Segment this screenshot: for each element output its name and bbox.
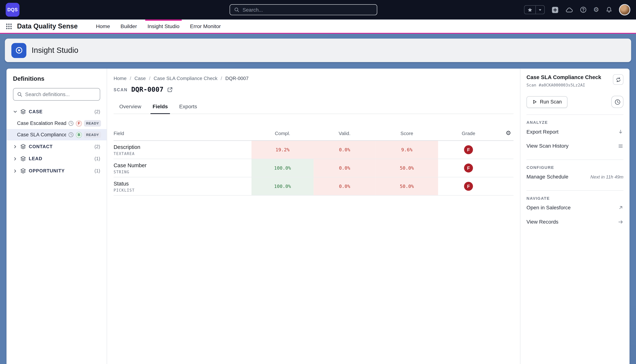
tab-exports[interactable]: Exports — [174, 100, 203, 114]
col-score: Score — [376, 130, 438, 136]
col-compl: Compl. — [252, 130, 314, 136]
breadcrumb-definition[interactable]: Case SLA Compliance Check — [154, 76, 218, 81]
valid-value: 0.0% — [314, 141, 376, 159]
app-name[interactable]: Data Quality Sense — [17, 20, 78, 33]
grade-badge: F — [464, 182, 473, 191]
run-scan-button[interactable]: Run Scan — [526, 96, 568, 108]
nav-tab-builder[interactable]: Builder — [115, 20, 142, 33]
field-name: Status — [114, 180, 252, 186]
breadcrumb-separator: / — [130, 76, 131, 81]
nav-tab-home[interactable]: Home — [91, 20, 115, 33]
export-report-row[interactable]: Export Report — [526, 124, 624, 139]
grade-badge: F — [464, 145, 473, 154]
notifications-bell-icon[interactable] — [606, 6, 612, 13]
clock-icon — [68, 120, 74, 126]
view-scan-history-row[interactable]: View Scan History — [526, 139, 624, 153]
user-avatar[interactable] — [619, 4, 630, 15]
breadcrumb-separator: / — [220, 76, 222, 81]
tree-group-opportunity[interactable]: OPPORTUNITY (1) — [6, 165, 106, 177]
tree-group-count: (1) — [94, 156, 100, 161]
tree-group-label: OPPORTUNITY — [29, 168, 65, 173]
table-header: Field Compl. Valid. Score Grade ⚙ — [114, 130, 514, 141]
view-records-label: View Records — [526, 219, 558, 225]
search-icon — [17, 92, 22, 97]
valid-value: 0.0% — [314, 159, 376, 177]
scan-title-row: SCAN DQR-0007 — [114, 86, 514, 93]
breadcrumb-current: DQR-0007 — [225, 76, 248, 81]
schedule-clock-button[interactable] — [611, 96, 624, 108]
tree-item-case-escalation[interactable]: Case Escalation Readin... F READY — [6, 118, 106, 129]
layers-icon — [20, 156, 26, 162]
compl-value: 100.0% — [252, 178, 314, 195]
table-row-case-number: Case Number STRING 100.0% 0.0% 50.0% F — [114, 159, 514, 178]
valid-value: 0.0% — [314, 178, 376, 195]
panel-scan-id: Scan #a0CKA000003s5Lz2AI — [526, 83, 601, 87]
breadcrumb-home[interactable]: Home — [114, 76, 126, 81]
help-button[interactable] — [580, 6, 586, 13]
tree-group-contact[interactable]: CONTACT (2) — [6, 140, 106, 152]
cloud-upload-button[interactable] — [565, 7, 573, 13]
field-name: Case Number — [114, 162, 252, 168]
tab-fields[interactable]: Fields — [147, 100, 174, 114]
next-run-time: Next in 11h 49m — [590, 174, 624, 179]
main-panel: Home / Case / Case SLA Compliance Check … — [107, 68, 520, 364]
tree-group-count: (1) — [94, 168, 100, 173]
chevron-right-icon — [13, 169, 17, 173]
table-settings-gear-icon[interactable]: ⚙ — [506, 130, 511, 136]
app-logo[interactable]: DQS — [6, 3, 20, 17]
field-name: Description — [114, 144, 252, 150]
app-nav-bar: Data Quality Sense Home Builder Insight … — [0, 20, 636, 34]
open-in-salesforce-label: Open in Salesforce — [526, 204, 570, 211]
breadcrumb-separator: / — [149, 76, 150, 81]
detail-tabs: Overview Fields Exports — [114, 100, 514, 114]
section-navigate: NAVIGATE Open in Salesforce View Records — [526, 190, 624, 229]
nav-tab-insight-studio[interactable]: Insight Studio — [142, 20, 185, 33]
app-launcher-icon[interactable] — [6, 20, 12, 33]
page-banner: Insight Studio — [0, 34, 636, 68]
section-analyze: ANALYZE Export Report View Scan History — [526, 114, 624, 153]
header-actions: ⚙ — [524, 4, 630, 15]
fields-table: Field Compl. Valid. Score Grade ⚙ Descri… — [114, 130, 514, 196]
definitions-search[interactable] — [13, 88, 100, 101]
definitions-search-input[interactable] — [25, 92, 96, 97]
score-value: 50.0% — [376, 178, 438, 195]
global-search-input[interactable] — [242, 7, 373, 12]
tree-item-label: Case SLA Compliance... — [17, 132, 66, 138]
scan-label: SCAN — [114, 87, 128, 92]
breadcrumb: Home / Case / Case SLA Compliance Check … — [114, 76, 514, 81]
tree-group-lead[interactable]: LEAD (1) — [6, 152, 106, 165]
breadcrumb-case[interactable]: Case — [134, 76, 146, 81]
arrow-right-icon — [618, 219, 624, 225]
chevron-right-icon — [13, 156, 17, 161]
manage-schedule-row[interactable]: Manage Schedule Next in 11h 49m — [526, 170, 624, 184]
list-icon — [618, 143, 624, 149]
tree-group-label: CONTACT — [29, 144, 53, 149]
section-heading: NAVIGATE — [526, 196, 624, 200]
tree-group-case[interactable]: CASE (2) — [6, 106, 106, 118]
setup-gear-icon[interactable]: ⚙ — [593, 6, 599, 13]
tree-item-case-sla-compliance[interactable]: Case SLA Compliance... B READY — [6, 129, 106, 140]
favorites-star-button[interactable] — [524, 6, 536, 14]
clock-icon — [68, 132, 74, 138]
external-link-icon[interactable] — [167, 87, 173, 92]
refresh-button[interactable] — [613, 74, 624, 85]
tab-overview[interactable]: Overview — [114, 100, 147, 114]
view-records-row[interactable]: View Records — [526, 215, 624, 229]
page-title: Insight Studio — [32, 46, 78, 55]
col-grade: Grade — [438, 130, 499, 136]
global-search[interactable] — [230, 4, 377, 15]
grade-badge: F — [76, 120, 82, 126]
definitions-sidebar: Definitions CASE (2) — [6, 68, 107, 364]
open-in-salesforce-row[interactable]: Open in Salesforce — [526, 200, 624, 215]
section-configure: CONFIGURE Manage Schedule Next in 11h 49… — [526, 160, 624, 184]
nav-tabs: Home Builder Insight Studio Error Monito… — [91, 20, 226, 33]
favorites-caret-button[interactable] — [536, 6, 544, 14]
nav-tab-error-monitor[interactable]: Error Monitor — [185, 20, 226, 33]
chevron-down-icon — [13, 110, 17, 114]
manage-schedule-label: Manage Schedule — [526, 174, 568, 180]
run-scan-label: Run Scan — [540, 99, 562, 105]
table-row-description: Description TEXTAREA 19.2% 0.0% 9.6% F — [114, 141, 514, 159]
quick-add-button[interactable] — [552, 6, 558, 13]
search-icon — [234, 7, 240, 12]
play-icon — [532, 100, 537, 104]
